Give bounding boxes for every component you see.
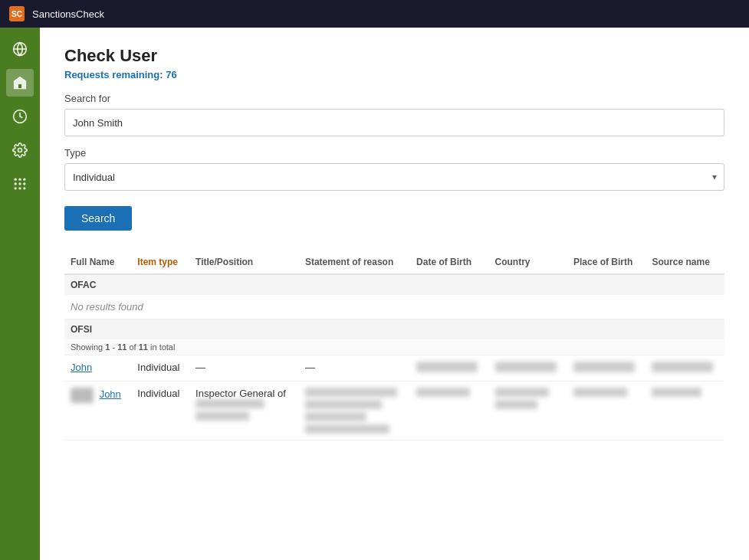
cell-place-2: [567, 382, 646, 440]
svg-point-7: [23, 178, 25, 181]
requests-remaining: Requests remaining: 76: [64, 69, 724, 80]
col-date-of-birth: Date of Birth: [410, 252, 488, 274]
svg-point-4: [18, 149, 22, 152]
col-title-position: Title/Position: [189, 252, 299, 274]
ofsi-range-end: 11: [117, 342, 126, 352]
type-select-wrapper: Individual Organization Vessel Aircraft …: [64, 163, 724, 191]
ofac-no-results-row: No results found: [64, 295, 724, 319]
result-name-link[interactable]: John: [71, 362, 92, 373]
section-ofac-label: OFAC: [64, 274, 724, 295]
cell-dob-2: [410, 382, 488, 440]
blurred-dob-2: [416, 388, 482, 397]
table-header-row: Full Name Item type Title/Position State…: [64, 252, 724, 274]
blur-line: [305, 388, 397, 397]
cell-title-2: Inspector General of: [189, 382, 299, 440]
svg-point-11: [15, 187, 17, 189]
blurred-place-2: [573, 388, 639, 397]
col-country: Country: [489, 252, 567, 274]
blur-line: [652, 388, 701, 397]
blurred-statement: [305, 388, 404, 434]
blurred-source-2: [652, 388, 718, 397]
cell-source-2: [646, 382, 724, 440]
blur-line: [573, 388, 627, 397]
blurred-dob: [416, 362, 478, 372]
cell-country-2: [489, 382, 567, 440]
blur-line: [305, 400, 382, 409]
cell-place-of-birth: [567, 355, 646, 382]
ofsi-subheader-row: Showing 1 - 11 of 11 in total: [64, 339, 724, 355]
svg-point-6: [18, 178, 21, 181]
sidebar-item-apps[interactable]: [6, 170, 34, 198]
topbar: SC SanctionsCheck: [0, 0, 749, 28]
cell-statement-2: [299, 382, 410, 440]
blur-line: [305, 412, 366, 421]
col-full-name: Full Name: [64, 252, 131, 274]
section-ofac-header: OFAC: [64, 274, 724, 295]
svg-point-10: [23, 182, 25, 185]
svg-point-13: [23, 187, 25, 189]
logo-text: SC: [11, 10, 22, 18]
cell-statement: —: [299, 355, 410, 382]
page-title: Check User: [64, 46, 724, 66]
type-label: Type: [64, 147, 724, 159]
blurred-title-extra: [195, 399, 293, 421]
sidebar-item-settings[interactable]: [6, 136, 34, 164]
blurred-place-of-birth: [573, 362, 635, 372]
cell-country: [489, 355, 567, 382]
cell-full-name-2: John: [64, 382, 131, 440]
blurred-avatar: [71, 388, 94, 403]
results-table: Full Name Item type Title/Position State…: [64, 252, 724, 440]
requests-label: Requests remaining:: [64, 69, 163, 80]
type-select[interactable]: Individual Organization Vessel Aircraft: [64, 163, 724, 191]
requests-count: 76: [166, 69, 176, 80]
blurred-country-2: [495, 388, 561, 409]
ofac-no-results: No results found: [64, 295, 724, 319]
blurred-source: [652, 362, 713, 372]
sidebar-item-home[interactable]: [6, 69, 34, 97]
blur-line: [195, 399, 264, 408]
svg-point-5: [15, 178, 17, 181]
cell-item-type-2: Individual: [131, 382, 189, 440]
col-statement: Statement of reason: [299, 252, 410, 274]
svg-rect-2: [18, 84, 22, 89]
cell-full-name: John: [64, 355, 131, 382]
svg-point-8: [15, 182, 17, 185]
col-source-name: Source name: [646, 252, 724, 274]
blur-line: [195, 411, 249, 421]
svg-point-12: [18, 187, 21, 189]
sidebar-item-globe[interactable]: [6, 35, 34, 63]
layout: Check User Requests remaining: 76 Search…: [0, 28, 749, 560]
section-ofsi-header: OFSI: [64, 319, 724, 340]
blur-line: [495, 388, 549, 397]
sidebar-item-history[interactable]: [6, 103, 34, 130]
blur-line: [305, 424, 389, 434]
ofsi-range-start: 1: [105, 342, 110, 352]
cell-item-type: Individual: [131, 355, 189, 382]
search-input[interactable]: [64, 109, 724, 136]
cell-title-position: —: [189, 355, 299, 382]
sidebar: [0, 28, 40, 560]
main-content: Check User Requests remaining: 76 Search…: [40, 28, 749, 560]
search-button[interactable]: Search: [64, 206, 132, 231]
blur-line: [416, 388, 470, 397]
cell-dob: [410, 355, 488, 382]
svg-point-9: [18, 182, 21, 185]
blurred-country: [495, 362, 557, 372]
table-row: John Individual Inspector General of: [64, 382, 724, 440]
cell-source-name: [646, 355, 724, 382]
ofsi-total: 11: [139, 342, 148, 352]
section-ofsi-label: OFSI: [64, 319, 724, 340]
result-name-link-2[interactable]: John: [100, 388, 121, 400]
blur-line: [495, 400, 537, 409]
ofsi-showing-text: Showing 1 - 11 of 11 in total: [64, 339, 724, 355]
app-logo: SC: [9, 6, 25, 21]
table-row: John Individual — —: [64, 355, 724, 382]
col-place-of-birth: Place of Birth: [567, 252, 646, 274]
col-item-type: Item type: [131, 252, 189, 274]
app-title: SanctionsCheck: [32, 8, 104, 20]
search-for-label: Search for: [64, 93, 724, 104]
